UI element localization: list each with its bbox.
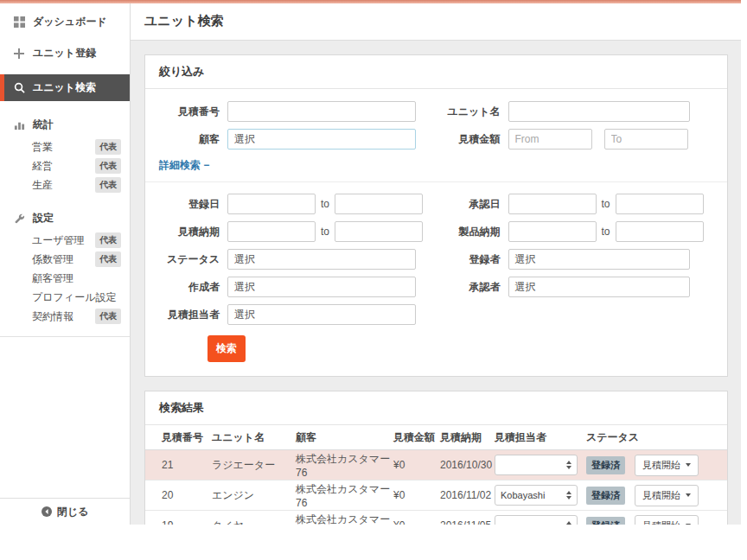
range-separator: to <box>602 198 610 210</box>
search-button[interactable]: 検索 <box>208 335 246 362</box>
form-divider <box>145 181 727 182</box>
sidebar-item-coefficient-management[interactable]: 係数管理 代表 <box>0 250 130 269</box>
status-badge: 登録済 <box>586 487 625 505</box>
status-label: ステータス <box>145 252 220 267</box>
status-select[interactable]: 選択 <box>227 249 416 270</box>
quote-number-input[interactable] <box>227 101 416 122</box>
wrench-icon <box>13 213 25 225</box>
registered-date-label: 登録日 <box>145 197 220 212</box>
representative-badge: 代表 <box>95 139 121 155</box>
customer-label: 顧客 <box>145 132 220 147</box>
registrant-label: 登録者 <box>437 252 501 267</box>
amount-to-input[interactable] <box>604 129 688 150</box>
search-icon <box>13 82 25 94</box>
creator-select[interactable]: 選択 <box>227 277 416 297</box>
results-table-header: 見積番号 ユニット名 顧客 見積金額 見積納期 見積担当者 ステータス <box>145 425 727 450</box>
product-due-from-input[interactable] <box>508 221 597 242</box>
filter-panel-title: 絞り込み <box>145 55 727 89</box>
registrant-select[interactable]: 選択 <box>508 249 690 270</box>
quote-amount-label: 見積金額 <box>437 132 501 147</box>
quote-due-from-input[interactable] <box>227 221 316 242</box>
unit-name-input[interactable] <box>508 101 690 122</box>
sidebar-item-label: ダッシュボード <box>33 15 107 29</box>
representative-badge: 代表 <box>95 232 121 248</box>
sidebar-item-label: 設定 <box>33 211 54 226</box>
product-due-label: 製品納期 <box>437 225 501 239</box>
customer-select[interactable]: 選択 <box>227 129 416 150</box>
quote-assignee-label: 見積担当者 <box>145 308 220 322</box>
select-stepper-icon <box>566 461 571 469</box>
range-separator: to <box>602 226 610 238</box>
sidebar-item-label: 統計 <box>33 118 54 132</box>
content-area: 絞り込み 見積番号 ユニット名 顧客 <box>131 41 741 525</box>
sidebar-close-button[interactable]: 閉じる <box>0 498 130 525</box>
select-stepper-icon <box>566 521 571 525</box>
assignee-select[interactable] <box>495 515 578 525</box>
chevron-down-icon <box>686 524 691 525</box>
creator-label: 作成者 <box>145 280 220 295</box>
sidebar-item-label: ユニット登録 <box>33 46 96 60</box>
results-panel-title: 検索結果 <box>145 391 727 425</box>
sidebar-item-unit-register[interactable]: ユニット登録 <box>0 41 130 66</box>
dashboard-icon <box>13 16 25 29</box>
approved-date-to-input[interactable] <box>616 194 704 214</box>
sidebar-item-user-management[interactable]: ユーザ管理 代表 <box>0 231 130 250</box>
sidebar-item-statistics[interactable]: 統計 <box>0 112 130 137</box>
collapse-circle-icon <box>42 506 52 517</box>
assignee-select[interactable]: Kobayashi <box>495 485 578 506</box>
status-badge: 登録済 <box>586 456 625 474</box>
approver-select[interactable]: 選択 <box>508 277 690 297</box>
registered-date-from-input[interactable] <box>227 194 316 214</box>
sidebar-item-unit-search[interactable]: ユニット検索 <box>0 74 130 101</box>
quote-assignee-select[interactable]: 選択 <box>227 304 416 325</box>
representative-badge: 代表 <box>95 309 121 324</box>
quote-due-label: 見積納期 <box>145 225 220 239</box>
chevron-down-icon <box>686 463 691 467</box>
app-window: ダッシュボード ユニット登録 ユニット検索 統計 <box>0 0 741 525</box>
sidebar-item-customer-management[interactable]: 顧客管理 <box>0 269 130 288</box>
chevron-down-icon <box>686 493 691 497</box>
table-row: 21 ラジエーター 株式会社カスタマー76 ¥0 2016/10/30 登録済 <box>145 450 727 480</box>
sidebar-item-contract-info[interactable]: 契約情報 代表 <box>0 307 130 326</box>
representative-badge: 代表 <box>95 251 121 267</box>
bar-chart-icon <box>13 119 25 131</box>
page-title: ユニット検索 <box>144 13 223 28</box>
table-row: 19 タイヤ 株式会社カスタマー76 ¥0 2016/11/05 登録済 <box>145 511 727 525</box>
sidebar-item-settings[interactable]: 設定 <box>0 206 130 231</box>
sidebar-item-dashboard[interactable]: ダッシュボード <box>0 10 130 35</box>
select-stepper-icon <box>566 491 571 500</box>
unit-name-label: ユニット名 <box>437 105 501 119</box>
main-area: ユニット検索 絞り込み 見積番号 ユニット名 <box>131 3 741 525</box>
sidebar-divider <box>0 336 130 337</box>
registered-date-to-input[interactable] <box>335 194 423 214</box>
representative-badge: 代表 <box>95 177 121 193</box>
plus-icon <box>13 48 25 60</box>
approved-date-from-input[interactable] <box>508 194 597 214</box>
sidebar: ダッシュボード ユニット登録 ユニット検索 統計 <box>0 3 131 525</box>
sidebar-item-profile-settings[interactable]: プロフィール設定 <box>0 288 130 307</box>
quote-start-button[interactable]: 見積開始 <box>635 515 699 525</box>
assignee-select[interactable] <box>495 455 578 475</box>
range-separator: to <box>321 198 329 210</box>
sidebar-item-sales[interactable]: 営業 代表 <box>0 137 130 156</box>
page-header: ユニット検索 <box>131 3 741 41</box>
sidebar-item-label: ユニット検索 <box>33 80 96 95</box>
representative-badge: 代表 <box>95 158 121 174</box>
table-row: 20 エンジン 株式会社カスタマー76 ¥0 2016/11/02 Kobaya… <box>145 480 727 511</box>
approver-label: 承認者 <box>437 280 501 295</box>
range-separator: to <box>321 226 329 238</box>
sidebar-item-management[interactable]: 経営 代表 <box>0 156 130 175</box>
status-badge: 登録済 <box>586 517 625 525</box>
quote-due-to-input[interactable] <box>335 221 423 242</box>
amount-from-input[interactable] <box>508 129 592 150</box>
sidebar-item-production[interactable]: 生産 代表 <box>0 175 130 194</box>
results-panel: 検索結果 見積番号 ユニット名 顧客 見積金額 見積納期 見積担当者 ステータス… <box>144 391 728 525</box>
detail-search-toggle[interactable]: 詳細検索 − <box>145 156 727 181</box>
approved-date-label: 承認日 <box>437 197 501 212</box>
quote-number-label: 見積番号 <box>145 105 220 119</box>
product-due-to-input[interactable] <box>616 221 704 242</box>
filter-panel: 絞り込み 見積番号 ユニット名 顧客 <box>144 54 728 377</box>
quote-start-button[interactable]: 見積開始 <box>635 485 699 506</box>
quote-start-button[interactable]: 見積開始 <box>635 455 699 476</box>
